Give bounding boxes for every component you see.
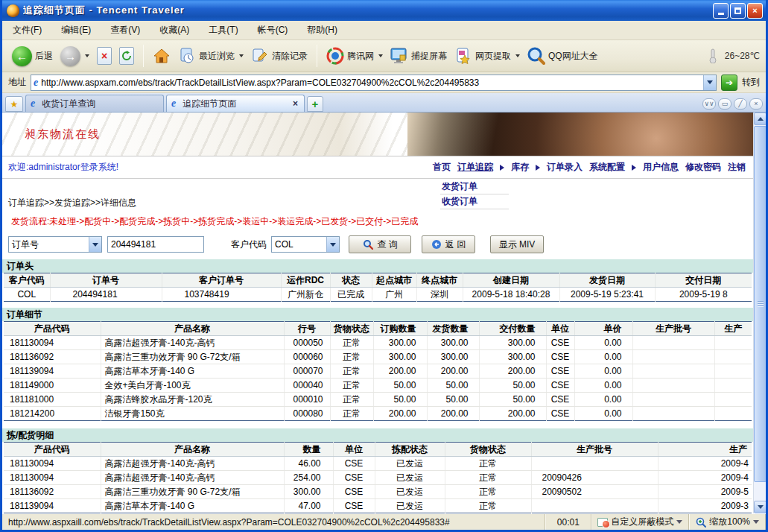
qq-sites-button[interactable]: QQ网址大全 [524, 45, 602, 66]
table-cell [714, 379, 752, 393]
submenu-item-1[interactable]: 收货订单 [440, 194, 509, 209]
minimize-button[interactable] [713, 3, 729, 19]
menu-item-0[interactable]: 文件(F) [13, 24, 42, 37]
nav-item-4[interactable]: 系统配置 [589, 161, 625, 174]
table-cell: COL [4, 288, 50, 302]
home-button[interactable] [149, 45, 174, 66]
query-button[interactable]: 查 询 [349, 235, 411, 253]
table-cell: CSE [546, 336, 574, 350]
zoom-dropdown-icon[interactable] [753, 520, 759, 524]
go-button[interactable]: ➔ [721, 75, 737, 91]
menu-item-5[interactable]: 帐号(C) [258, 24, 288, 37]
site-brand: 昶东物流在线 [25, 127, 101, 142]
recent-dropdown-icon[interactable] [239, 54, 244, 57]
app-icon [7, 4, 19, 17]
nav-item-7[interactable]: 注销 [728, 161, 746, 174]
table-cell: 181136092 [4, 350, 101, 364]
nav-item-1[interactable]: 订单追踪 [457, 161, 493, 174]
tab-close-icon[interactable]: × [291, 98, 299, 109]
table-cell: 高露洁蜂胶水晶牙膏-120克 [101, 393, 284, 407]
customer-code-select[interactable]: COL [271, 236, 340, 253]
menu-item-3[interactable]: 收藏(A) [159, 24, 189, 37]
close-button[interactable]: × [747, 3, 763, 19]
block-mode-control[interactable]: 自定义屏蔽模式 [591, 514, 689, 530]
column-header: 终点城市 [416, 273, 463, 288]
extract-dropdown-icon[interactable] [515, 54, 520, 57]
tab-label: 追踪细节页面 [183, 98, 288, 110]
page-extract-button[interactable]: 网页提取 [451, 45, 524, 66]
table-cell: 高露洁超强牙膏-140克-高钙 [101, 457, 284, 471]
capture-screen-button[interactable]: 捕捉屏幕 [387, 45, 451, 66]
submenu-item-0[interactable]: 发货订单 [440, 180, 509, 194]
section-order-detail: 订单细节 [2, 308, 753, 321]
menu-item-1[interactable]: 编辑(E) [61, 24, 91, 37]
address-field[interactable]: e http://www.aspxam.com/ebs/track/TrackD… [31, 75, 717, 91]
nav-item-6[interactable]: 修改密码 [685, 161, 721, 174]
address-url[interactable]: http://www.aspxam.com/ebs/track/TrackDet… [41, 77, 703, 88]
table-cell: 300.00 [479, 336, 546, 350]
tab-1[interactable]: e追踪细节页面× [166, 95, 305, 112]
table-cell: 50.00 [373, 393, 427, 407]
page-extract-icon [454, 47, 472, 65]
forward-dropdown-icon[interactable] [85, 54, 89, 57]
select-arrow-icon[interactable] [326, 237, 339, 252]
clear-history-button[interactable]: 清除记录 [247, 45, 311, 66]
clear-history-label: 清除记录 [272, 50, 308, 63]
weather-icon [704, 47, 722, 65]
table-cell: 000010 [284, 393, 330, 407]
order-number-input[interactable] [107, 236, 204, 253]
site-banner: 昶东物流在线 [2, 113, 753, 156]
scroll-up-button[interactable] [754, 113, 766, 125]
page-extract-label: 网页提取 [475, 50, 511, 63]
qq-site-button[interactable]: 腾讯网 [323, 45, 387, 66]
table-row: 181130094高露洁超强牙膏-140克-高钙254.00CSE已发运正常20… [4, 471, 752, 485]
new-tab-button[interactable]: + [307, 96, 323, 112]
nav-item-5[interactable]: 用户信息 [643, 161, 679, 174]
forward-button[interactable]: → [57, 45, 93, 68]
address-dropdown-button[interactable] [703, 75, 716, 90]
zoom-control[interactable]: 缩放100% [689, 514, 766, 530]
menu-item-4[interactable]: 工具(T) [209, 24, 238, 37]
restore-tab-button[interactable]: ▭ [718, 98, 731, 110]
table-cell: 2009-5 [658, 485, 752, 499]
weather-widget[interactable]: 26~28℃ [704, 47, 760, 65]
show-miv-button[interactable]: 显示 MIV [490, 235, 544, 253]
nav-item-3[interactable]: 订单录入 [547, 161, 583, 174]
window-title: 追踪细节页面 - Tencent Traveler [23, 4, 713, 17]
section-order-header: 订单头 [2, 259, 753, 273]
column-header: 起点城市 [372, 273, 416, 288]
table-cell [632, 336, 714, 350]
column-header: 产品代码 [4, 322, 101, 336]
select-arrow-icon[interactable] [89, 237, 101, 252]
nav-item-2[interactable]: 库存 [511, 161, 529, 174]
pin-button[interactable]: ╱ [734, 98, 747, 110]
close-tab-bar-button[interactable]: × [749, 98, 763, 110]
table-cell: CSE [546, 379, 574, 393]
table-cell: 103748419 [162, 288, 281, 302]
qq-dropdown-icon[interactable] [378, 54, 383, 57]
menu-item-2[interactable]: 查看(V) [110, 24, 140, 37]
table-cell: CSE [546, 393, 574, 407]
table-cell: 正常 [330, 393, 373, 407]
return-button[interactable]: 返 回 [422, 235, 475, 253]
scroll-down-button[interactable] [754, 501, 766, 513]
table-cell: 已发运 [375, 457, 445, 471]
block-mode-dropdown-icon[interactable] [676, 520, 682, 524]
refresh-button[interactable] [115, 45, 138, 66]
table-cell: 正常 [445, 471, 531, 485]
scrollbar-thumb[interactable] [754, 126, 766, 482]
menu-item-6[interactable]: 帮助(H) [307, 24, 337, 37]
back-button[interactable]: ← 后退 [8, 45, 57, 68]
search-type-select[interactable]: 订单号 [8, 236, 102, 253]
tab-list-button[interactable]: ∨∨ [702, 98, 716, 110]
favorites-button[interactable]: ★ [5, 96, 23, 112]
table-cell: 200.00 [427, 364, 479, 379]
tab-0[interactable]: e收货订单查询 [25, 95, 164, 112]
maximize-button[interactable] [730, 3, 746, 19]
stop-button[interactable]: × [93, 45, 115, 66]
nav-item-0[interactable]: 首页 [433, 161, 451, 174]
zoom-icon [695, 516, 706, 528]
vertical-scrollbar[interactable] [753, 113, 766, 513]
recent-button[interactable]: 最近浏览 [174, 45, 247, 66]
table-cell: 正常 [445, 499, 531, 513]
